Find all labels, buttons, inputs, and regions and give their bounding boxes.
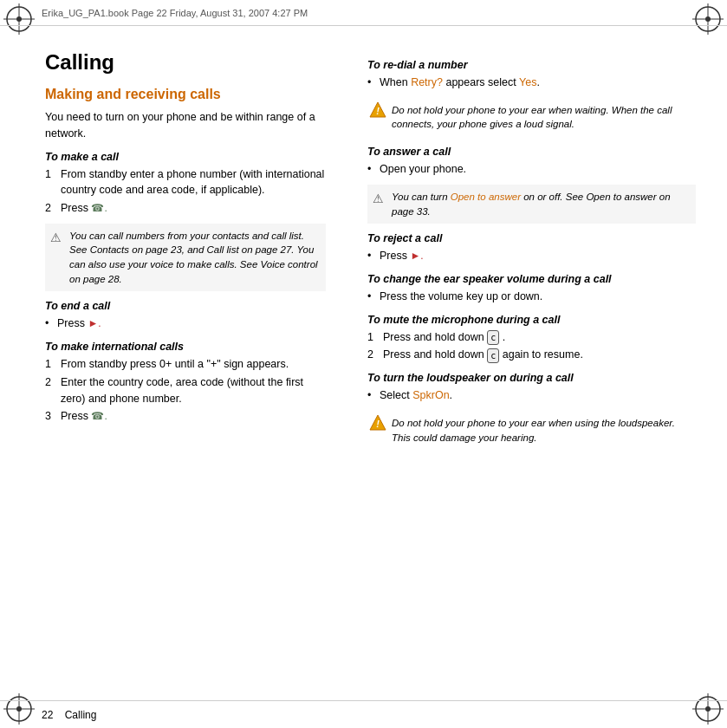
make-call-step-2: 2 Press ☎.: [45, 200, 326, 217]
tip2-pre: You can turn: [392, 192, 451, 202]
mute-mic-heading: To mute the microphone during a call: [367, 314, 696, 326]
international-calls-heading: To make international calls: [45, 341, 326, 353]
footer-spacer: [53, 709, 64, 721]
end-call-heading: To end a call: [45, 300, 326, 312]
reject-call-bullet: Press ►.: [367, 248, 696, 264]
tip2-orange: Open to answer: [451, 192, 521, 202]
tip-icon-1: ⚠: [50, 229, 62, 246]
warning-text-2: Do not hold your phone to your ear when …: [392, 418, 675, 443]
call-symbol-make: ☎.: [91, 202, 107, 214]
ear-volume-bullet: Press the volume key up or down.: [367, 289, 696, 305]
header-text: Erika_UG_PA1.book Page 22 Friday, August…: [42, 8, 308, 18]
end-call-bullet: Press ►.: [45, 315, 326, 332]
spkron-text: SpkrOn: [412, 389, 449, 401]
intl-step-3: 3 Press ☎.: [45, 408, 326, 425]
warning-box-1: ! Do not hold your phone to your ear whe…: [367, 98, 696, 137]
tip-icon-2: ⚠: [373, 190, 384, 207]
ear-volume-list: Press the volume key up or down.: [367, 289, 696, 305]
intl-step-1: 1 From standby press 0+ until a "+" sign…: [45, 356, 326, 373]
make-call-step-1: 1 From standby enter a phone number (wit…: [45, 166, 326, 199]
header-bar: Erika_UG_PA1.book Page 22 Friday, August…: [0, 0, 727, 26]
page-title: Calling: [45, 50, 326, 75]
c-key-1: c: [487, 330, 499, 345]
intl-step-2: 2 Enter the country code, area code (wit…: [45, 374, 326, 407]
loudspeaker-heading: To turn the loudspeaker on during a call: [367, 372, 696, 384]
mute-mic-steps: 1 Press and hold down c . 2 Press and ho…: [367, 329, 696, 364]
ear-volume-heading: To change the ear speaker volume during …: [367, 273, 696, 285]
reject-call-heading: To reject a call: [367, 232, 696, 244]
end-call-symbol: ►.: [88, 317, 101, 329]
warning-icon-2: !: [369, 414, 386, 432]
footer-page-number: 22: [42, 709, 53, 721]
section-heading-making-receiving: Making and receiving calls: [45, 87, 326, 102]
footer-bar: 22 Calling: [0, 700, 727, 728]
make-call-heading: To make a call: [45, 151, 326, 163]
mute-mic-step-1: 1 Press and hold down c .: [367, 329, 696, 346]
warning-icon-1: !: [369, 101, 386, 119]
warning-box-2: ! Do not hold your phone to your ear whe…: [367, 411, 696, 450]
warning-text-1: Do not hold your phone to your ear when …: [392, 105, 672, 130]
svg-text:!: !: [376, 106, 380, 116]
international-calls-steps: 1 From standby press 0+ until a "+" sign…: [45, 356, 326, 425]
call-symbol-intl: ☎.: [91, 410, 107, 422]
loudspeaker-list: Select SpkrOn.: [367, 387, 696, 404]
end-call-list: Press ►.: [45, 315, 326, 332]
right-column: To re-dial a number When Retry? appears …: [347, 26, 727, 700]
tip-box-2: ⚠ You can turn Open to answer on or off.…: [367, 185, 696, 224]
left-column: Calling Making and receiving calls You n…: [0, 26, 347, 700]
answer-call-list: Open your phone.: [367, 161, 696, 178]
answer-call-heading: To answer a call: [367, 146, 696, 158]
intro-text: You need to turn on your phone and be wi…: [45, 109, 326, 142]
tip-box-1: ⚠ You can call numbers from your contact…: [45, 224, 326, 292]
footer-section: Calling: [65, 709, 97, 721]
redial-bullet: When Retry? appears select Yes.: [367, 75, 696, 91]
reject-call-list: Press ►.: [367, 248, 696, 264]
redial-retry-text: Retry?: [411, 76, 443, 88]
tip-text-1: You can call numbers from your contacts …: [69, 231, 318, 284]
redial-yes-text: Yes: [519, 76, 536, 88]
redial-list: When Retry? appears select Yes.: [367, 75, 696, 91]
c-key-2: c: [487, 348, 499, 363]
make-call-steps: 1 From standby enter a phone number (wit…: [45, 166, 326, 217]
loudspeaker-bullet: Select SpkrOn.: [367, 387, 696, 404]
mute-mic-step-2: 2 Press and hold down c again to resume.: [367, 347, 696, 363]
main-content: Calling Making and receiving calls You n…: [0, 26, 727, 700]
answer-call-bullet: Open your phone.: [367, 161, 696, 178]
redial-heading: To re-dial a number: [367, 59, 696, 71]
svg-text:!: !: [376, 419, 380, 429]
reject-call-symbol: ►.: [410, 250, 423, 262]
